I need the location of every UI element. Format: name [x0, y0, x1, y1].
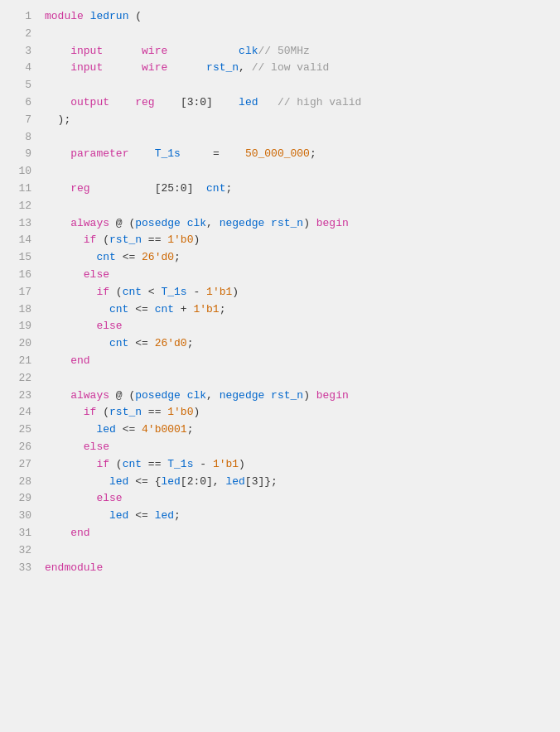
line-number: 1: [8, 8, 31, 26]
token-plain: [45, 492, 96, 504]
code-line: 30 led <= led;: [0, 508, 560, 525]
code-line: 21 end: [0, 353, 560, 370]
line-number: 6: [8, 94, 31, 112]
token-kw-param: parameter: [70, 147, 128, 160]
token-plain: ;: [220, 303, 226, 315]
code-line: 20 cnt <= 26'd0;: [0, 335, 560, 353]
code-line: 19 else: [0, 318, 560, 335]
line-content: module ledrun (: [45, 8, 142, 26]
line-content: input wire clk// 50MHz: [45, 43, 310, 60]
token-plain: [45, 217, 70, 229]
line-number: 12: [8, 198, 31, 215]
code-line: 6 output reg [3:0] led // high valid: [0, 94, 560, 112]
line-number: 10: [8, 163, 31, 181]
line-content: [45, 542, 51, 560]
token-plain: [2:0],: [181, 475, 226, 488]
token-number: 4'b0001: [142, 423, 187, 436]
token-plain: <=: [128, 303, 154, 315]
token-plain: ,: [239, 61, 252, 74]
token-comment: // 50MHz: [258, 45, 310, 57]
token-identifier: T_1s: [155, 147, 181, 160]
token-plain: [45, 268, 84, 281]
token-plain: [84, 10, 90, 22]
token-identifier: cnt: [96, 251, 115, 263]
token-identifier: led: [109, 509, 128, 522]
token-identifier: led: [239, 96, 258, 108]
line-number: 30: [8, 508, 31, 525]
token-identifier: rst_n: [271, 389, 303, 402]
token-plain: [45, 45, 70, 57]
token-identifier: T_1s: [161, 286, 186, 298]
line-number: 28: [8, 474, 31, 491]
line-content: led <= led;: [45, 508, 181, 525]
token-kw-if: if: [84, 406, 97, 418]
token-plain: [45, 303, 109, 315]
token-plain: ;: [187, 423, 194, 436]
token-identifier: led: [155, 509, 174, 522]
token-kw-module: endmodule: [45, 561, 103, 574]
line-content: else: [45, 267, 109, 284]
token-plain: (: [128, 10, 142, 22]
token-identifier: negedge: [220, 389, 265, 402]
line-content: cnt <= 26'd0;: [45, 249, 181, 267]
line-number: 15: [8, 249, 31, 267]
line-number: 31: [8, 525, 31, 542]
line-content: if (cnt < T_1s - 1'b1): [45, 284, 239, 301]
token-kw-wire: wire: [142, 45, 167, 57]
token-kw-if: if: [96, 458, 109, 470]
line-number: 29: [8, 490, 31, 508]
token-number: 1'b1: [206, 286, 232, 298]
token-identifier: cnt: [123, 458, 142, 470]
token-kw-begin: begin: [316, 217, 349, 229]
token-identifier: clk: [239, 45, 258, 57]
token-plain: [3]};: [245, 475, 278, 488]
token-plain: <=: [128, 509, 154, 522]
code-line: 15 cnt <= 26'd0;: [0, 249, 560, 267]
token-plain: ,: [206, 217, 220, 229]
line-content: [45, 77, 51, 94]
token-kw-if: else: [96, 492, 122, 504]
token-plain: ;: [174, 509, 181, 522]
token-identifier: rst_n: [109, 406, 142, 418]
token-identifier: rst_n: [109, 234, 142, 246]
token-plain: [45, 406, 84, 418]
token-plain: [128, 147, 154, 160]
code-line: 7 );: [0, 112, 560, 129]
token-plain: [45, 182, 70, 195]
token-number: 1'b1: [213, 458, 239, 470]
line-number: 8: [8, 129, 31, 147]
token-plain: ==: [142, 234, 167, 246]
token-plain: ): [193, 406, 200, 418]
token-plain: [45, 509, 109, 522]
line-number: 26: [8, 439, 31, 456]
code-line: 27 if (cnt == T_1s - 1'b1): [0, 456, 560, 474]
token-plain: [45, 320, 96, 332]
line-content: if (rst_n == 1'b0): [45, 232, 200, 249]
code-line: 31 end: [0, 525, 560, 542]
token-module-name: ledrun: [90, 10, 129, 22]
token-kw-input: input: [70, 61, 103, 74]
token-plain: [25:0]: [90, 182, 206, 195]
token-plain: ): [193, 234, 200, 246]
token-plain: ==: [142, 458, 167, 470]
line-number: 33: [8, 560, 31, 577]
token-kw-wire: reg: [70, 182, 89, 195]
token-plain: ): [232, 286, 239, 298]
token-identifier: rst_n: [271, 217, 303, 229]
token-identifier: cnt: [109, 337, 128, 349]
code-line: 23 always @ (posedge clk, negedge rst_n)…: [0, 388, 560, 405]
line-number: 3: [8, 43, 31, 60]
token-kw-wire: wire: [142, 61, 167, 74]
line-content: [45, 163, 51, 181]
line-number: 7: [8, 112, 31, 129]
token-plain: <= {: [128, 475, 161, 488]
token-plain: [45, 234, 84, 246]
token-plain: [45, 286, 96, 298]
token-plain: ): [303, 217, 316, 229]
line-number: 24: [8, 404, 31, 421]
line-content: cnt <= cnt + 1'b1;: [45, 301, 225, 319]
code-line: 17 if (cnt < T_1s - 1'b1): [0, 284, 560, 301]
token-plain: ==: [142, 406, 167, 418]
line-number: 32: [8, 542, 31, 560]
token-plain: ;: [174, 251, 181, 263]
